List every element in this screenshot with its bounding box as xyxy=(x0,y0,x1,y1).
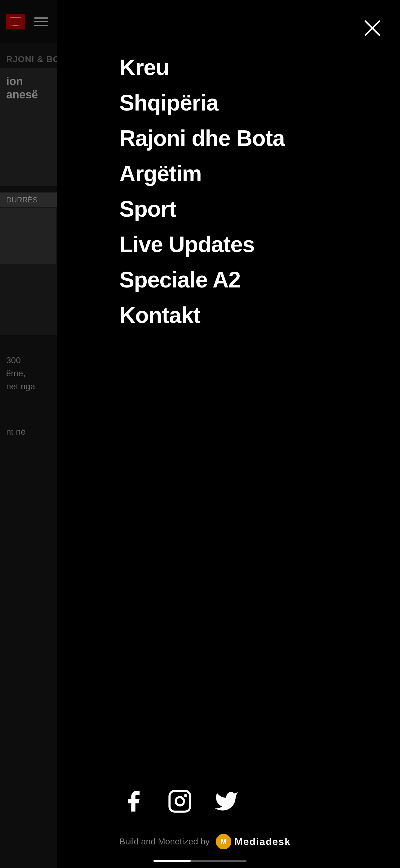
nav-menu: Kreu Shqipëria Rajoni dhe Bota Argëtim S… xyxy=(57,0,400,769)
nav-item-kontakt[interactable]: Kontakt xyxy=(120,298,400,333)
svg-rect-5 xyxy=(170,791,190,812)
nav-drawer: Kreu Shqipëria Rajoni dhe Bota Argëtim S… xyxy=(57,0,400,868)
nav-item-live-updates[interactable]: Live Updates xyxy=(120,227,400,262)
scroll-indicator[interactable] xyxy=(154,860,246,862)
footer-build-text: Build and Monetized by xyxy=(120,837,210,846)
twitter-icon[interactable] xyxy=(212,787,240,815)
social-bar xyxy=(57,769,400,828)
close-button[interactable] xyxy=(361,17,383,39)
nav-item-shqiperia[interactable]: Shqipëria xyxy=(120,85,400,120)
nav-item-sport[interactable]: Sport xyxy=(120,191,400,227)
nav-item-speciale[interactable]: Speciale A2 xyxy=(120,262,400,298)
facebook-icon[interactable] xyxy=(120,787,147,815)
instagram-icon[interactable] xyxy=(166,787,194,815)
mediadesk-text: Mediadesk xyxy=(234,836,291,847)
nav-item-rajoni[interactable]: Rajoni dhe Bota xyxy=(120,120,400,156)
drawer-footer: Build and Monetized by Mediadesk xyxy=(57,828,400,868)
svg-point-7 xyxy=(184,794,187,797)
mediadesk-icon xyxy=(216,834,231,849)
scroll-thumb xyxy=(154,860,191,862)
nav-item-kreu[interactable]: Kreu xyxy=(120,50,400,85)
mediadesk-logo: Mediadesk xyxy=(216,834,291,849)
nav-item-argetim[interactable]: Argëtim xyxy=(120,156,400,191)
svg-point-6 xyxy=(176,797,184,806)
